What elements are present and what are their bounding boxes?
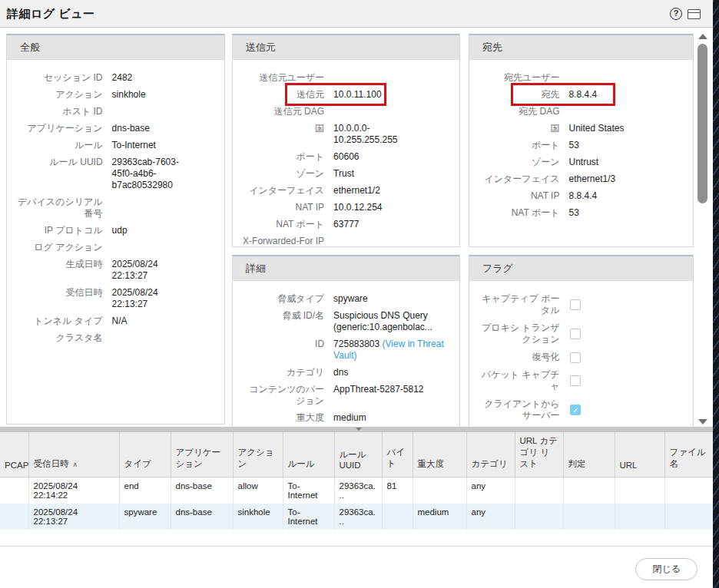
close-button[interactable]: 閉じる xyxy=(635,558,697,580)
flag-row: クライアントからサーバー✓ xyxy=(479,395,684,424)
field-label: 宛先 DAG xyxy=(479,106,562,117)
field-value: N/A xyxy=(106,315,215,327)
column-header[interactable]: 重大度 xyxy=(413,432,466,477)
column-header[interactable]: URL カテゴリ リスト xyxy=(515,432,563,477)
scroll-up-arrow-icon[interactable] xyxy=(698,34,707,39)
flag-label: 復号化 xyxy=(479,352,562,363)
related-logs-table: PCAP受信日時∧タイプアプリケーションアクションルールルール UUIDバイト重… xyxy=(0,432,713,530)
field-row: IP プロトコルudp xyxy=(16,222,215,239)
flag-label: クライアントからサーバー xyxy=(479,398,562,421)
panel-destination: 宛先 宛先ユーザー宛先8.8.4.4宛先 DAG国United Statesポー… xyxy=(469,34,694,247)
field-row: 送信元 DAG xyxy=(242,103,450,120)
field-row: NAT ポート63777 xyxy=(242,216,450,233)
field-value xyxy=(327,72,450,84)
column-header[interactable]: URL xyxy=(615,432,664,477)
field-label: NAT IP xyxy=(479,190,562,202)
threat-vault-link[interactable]: (View in Threat Vault) xyxy=(333,339,444,361)
field-row: ルールTo-Internet xyxy=(16,137,215,154)
field-value: 53 xyxy=(562,140,684,151)
field-row: NAT ポート53 xyxy=(479,204,684,221)
field-row: NAT IP8.8.4.4 xyxy=(479,187,684,204)
dialog-titlebar: 詳細ログ ビュー ? xyxy=(0,0,713,28)
panel-general-body: セッション ID2482アクションsinkholeホスト IDアプリケーションd… xyxy=(7,60,224,352)
column-header[interactable]: バイト xyxy=(382,432,413,477)
column-header[interactable]: ファイル名 xyxy=(664,432,713,477)
field-row: コンテンツのバージョンAppThreat-5287-5812 xyxy=(242,381,450,409)
field-value: Suspicious DNS Query (generic:10.agenbol… xyxy=(327,310,450,333)
table-cell xyxy=(382,504,413,530)
field-row: ID725883803 (View in Threat Vault) xyxy=(242,335,450,364)
dialog-footer: 閉じる xyxy=(0,546,713,588)
flag-checkbox[interactable] xyxy=(570,329,581,339)
field-value xyxy=(327,106,450,117)
field-value: 2025/08/24 22:13:27 xyxy=(106,259,215,282)
field-row: ゾーンTrust xyxy=(242,165,450,182)
field-row: 送信元10.0.11.100 xyxy=(242,86,450,103)
flag-row: 復号化 xyxy=(479,349,684,366)
table-cell xyxy=(563,504,615,530)
column-header[interactable]: ルール xyxy=(283,432,334,477)
flag-checkbox[interactable] xyxy=(570,375,581,386)
field-row: トンネル タイプN/A xyxy=(16,312,215,329)
field-value: 60606 xyxy=(327,151,450,163)
flag-label: プロキシ トランザクション xyxy=(479,322,562,345)
field-value: ethernet1/3 xyxy=(562,173,684,185)
column-header[interactable]: タイプ xyxy=(119,432,171,477)
column-header[interactable]: アクション xyxy=(233,432,283,477)
field-label: 送信元ユーザー xyxy=(242,72,327,84)
field-row: X-Forwarded-For IP xyxy=(242,233,450,249)
field-row: 宛先ユーザー xyxy=(479,69,684,86)
field-label: クラスタ名 xyxy=(16,332,106,344)
column-header[interactable]: アプリケーション xyxy=(171,432,233,477)
titlebar-icons: ? xyxy=(670,8,701,20)
field-label: ゾーン xyxy=(242,168,327,180)
table-cell: 2025/08/24 22:13:27 xyxy=(28,504,119,530)
field-value: United States xyxy=(562,123,684,134)
scroll-down-arrow-icon[interactable] xyxy=(698,419,707,424)
table-cell xyxy=(0,504,28,530)
dialog-title: 詳細ログ ビュー xyxy=(7,0,95,28)
field-row: アプリケーションdns-base xyxy=(16,120,215,137)
field-row: 生成日時2025/08/24 22:13:27 xyxy=(16,256,215,284)
field-row: インターフェイスethernet1/3 xyxy=(479,170,684,187)
table-row[interactable]: 2025/08/24 22:14:22enddns-baseallowTo- I… xyxy=(0,477,713,504)
field-label: 重大度 xyxy=(242,412,327,424)
table-cell: allow xyxy=(233,477,283,504)
column-header[interactable]: カテゴリ xyxy=(466,432,515,477)
table-cell: dns-base xyxy=(171,477,233,504)
column-header[interactable]: 受信日時∧ xyxy=(28,432,119,477)
field-value xyxy=(106,197,215,220)
field-value xyxy=(106,242,215,253)
panel-source-title: 送信元 xyxy=(233,35,459,60)
table-cell: 2025/08/24 22:14:22 xyxy=(28,477,119,504)
help-icon[interactable]: ? xyxy=(670,8,682,20)
column-header[interactable]: PCAP xyxy=(0,432,28,477)
field-value: Untrust xyxy=(562,157,684,168)
panel-source-body: 送信元ユーザー送信元10.0.11.100送信元 DAG国10.0.0.0- 1… xyxy=(233,60,459,256)
splitter-divider[interactable] xyxy=(0,427,713,432)
field-row: 国United States xyxy=(479,120,684,137)
field-value: ethernet1/2 xyxy=(327,185,450,197)
table-cell xyxy=(615,504,664,530)
field-row: ポート60606 xyxy=(242,148,450,165)
table-cell: 29363ca... xyxy=(334,504,382,530)
field-value: 8.8.4.4 xyxy=(562,190,684,202)
scrollbar-thumb[interactable] xyxy=(697,44,707,203)
flag-checkbox[interactable] xyxy=(570,352,581,363)
flag-checkbox[interactable] xyxy=(570,299,581,310)
field-value: sinkhole xyxy=(106,89,215,101)
column-header[interactable]: ルール UUID xyxy=(334,432,382,477)
field-row: ルール UUID29363cab-7603- 45f0-a4b6- b7ac80… xyxy=(16,154,215,193)
field-label: IP プロトコル xyxy=(16,225,106,236)
field-label: 送信元 DAG xyxy=(242,106,327,117)
field-row: セッション ID2482 xyxy=(16,69,215,86)
flag-checkbox[interactable]: ✓ xyxy=(570,405,581,415)
window-maximize-icon[interactable] xyxy=(688,9,701,19)
field-row: カテゴリdns xyxy=(242,364,450,381)
field-row: ゾーンUntrust xyxy=(479,154,684,170)
column-header[interactable]: 判定 xyxy=(563,432,615,477)
table-row[interactable]: 2025/08/24 22:13:27spywaredns-basesinkho… xyxy=(0,504,713,530)
field-value: 10.0.0.0- 10.255.255.255 xyxy=(327,123,450,146)
field-value: To-Internet xyxy=(106,140,215,151)
field-label: ログ アクション xyxy=(16,242,106,253)
